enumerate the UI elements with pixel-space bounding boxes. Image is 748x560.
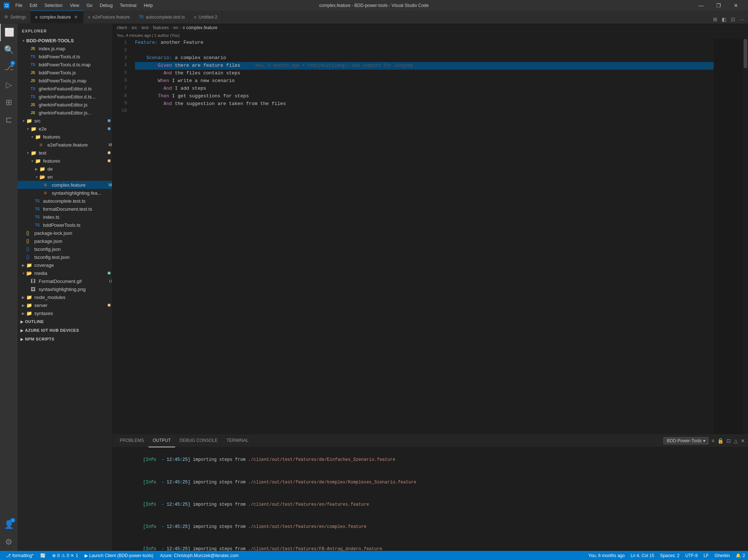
panel-tab-output[interactable]: OUTPUT	[149, 435, 175, 447]
sidebar-item-package-json[interactable]: {} package.json	[18, 237, 112, 245]
customize-layout-icon[interactable]: ⊡	[730, 15, 736, 23]
activity-explorer[interactable]: ⬜	[0, 24, 18, 41]
sidebar-item-features-test[interactable]: ▾ 📁 features	[18, 157, 112, 165]
activity-debug[interactable]: ▷	[0, 76, 18, 94]
menu-file[interactable]: File	[12, 2, 25, 9]
status-git-blame[interactable]: You, 6 months ago	[586, 551, 628, 560]
sidebar-item-project-root[interactable]: ▾ BDD-POWER-TOOLS	[18, 36, 112, 44]
tab-untitled[interactable]: ≡ Untitled-2	[190, 11, 222, 23]
sidebar-item-media[interactable]: ▾ 📂 media	[18, 269, 112, 277]
sidebar-item-server[interactable]: ▶ 📁 server	[18, 301, 112, 309]
list-item[interactable]: TS gherkinFeatureEditor.d.ts...	[18, 93, 112, 101]
sidebar-item-package-lock[interactable]: {} package-lock.json	[18, 229, 112, 237]
status-language[interactable]: Gherkin	[712, 551, 733, 560]
sidebar-item-de[interactable]: ▶ 📁 de	[18, 165, 112, 173]
status-eol[interactable]: LF	[701, 551, 712, 560]
clear-output-icon[interactable]: ≡	[712, 438, 714, 444]
list-item[interactable]: TS gherkinFeatureEditor.d.ts	[18, 85, 112, 93]
more-actions-icon[interactable]: ···	[739, 15, 745, 23]
list-item[interactable]: TS bddPowerTools.d.ts	[18, 52, 112, 61]
maximize-button[interactable]: ❐	[710, 0, 727, 11]
menu-help[interactable]: Help	[141, 2, 156, 9]
breadcrumb-src[interactable]: src	[131, 25, 137, 30]
sidebar-item-en[interactable]: ▾ 📂 en	[18, 173, 112, 181]
tab-complex-feature[interactable]: ≡ complex.feature ✕	[31, 11, 84, 23]
list-item[interactable]: JS bddPowerTools.js.map	[18, 77, 112, 85]
close-panel-icon[interactable]: ✕	[741, 438, 745, 444]
section-outline[interactable]: ▶ OUTLINE	[18, 317, 112, 326]
sidebar-item-index-ts[interactable]: TS index.ts	[18, 213, 112, 221]
sidebar-content[interactable]: ▾ BDD-POWER-TOOLS JS index.js.map TS bdd…	[18, 36, 112, 551]
status-azure[interactable]: Azure: Christoph.Murczek@iteratec.com	[157, 551, 242, 560]
section-azure-iot[interactable]: ▶ AZURE IOT HUB DEVICES	[18, 326, 112, 335]
sidebar-item-e2e[interactable]: ▾ 📁 e2e	[18, 125, 112, 133]
status-errors[interactable]: ⊗ 0 ⚠ 0 ✕ 1	[49, 551, 81, 560]
status-cursor[interactable]: Ln 4, Col 15	[628, 551, 657, 560]
menu-go[interactable]: Go	[84, 2, 95, 9]
tab-close-button[interactable]: ✕	[73, 14, 79, 20]
activity-extensions[interactable]: ⊞	[0, 94, 18, 111]
maximize-panel-icon[interactable]: △	[734, 438, 738, 444]
status-branch[interactable]: ⎇ formatting*	[3, 551, 36, 560]
sidebar-item-bddpowertools-ts[interactable]: TS bddPowerTools.ts	[18, 221, 112, 229]
list-item[interactable]: JS bddPowerTools.js	[18, 69, 112, 77]
panel-tab-debug-console[interactable]: DEBUG CONSOLE	[175, 435, 222, 447]
sidebar-item-coverage[interactable]: ▶ 📁 coverage	[18, 261, 112, 269]
sidebar-item-src[interactable]: ▾ 📁 src	[18, 117, 112, 125]
breadcrumb-test[interactable]: test	[142, 25, 149, 30]
sidebar-item-complex-feature[interactable]: ≡ complex.feature M	[18, 181, 112, 189]
code-line-6: When I write a new scenario	[135, 77, 714, 85]
lock-output-icon[interactable]: 🔒	[717, 438, 724, 444]
sidebar-item-autocomplete[interactable]: TS autocomplete.test.ts	[18, 197, 112, 205]
status-encoding[interactable]: UTF-8	[682, 551, 701, 560]
sidebar-item-tsconfig-test[interactable]: {} tsconfig.test.json	[18, 253, 112, 261]
list-item[interactable]: TS bddPowerTools.d.ts.map	[18, 61, 112, 69]
menu-debug[interactable]: Debug	[97, 2, 115, 9]
menu-terminal[interactable]: Terminal	[117, 2, 139, 9]
sidebar-item-syntaxhighlighting-png[interactable]: 🖼 syntaxhighlighting.png	[18, 285, 112, 293]
open-output-icon[interactable]: ⊡	[726, 438, 731, 444]
sidebar-item-test[interactable]: ▾ 📁 test	[18, 149, 112, 157]
activity-git[interactable]: ⎇ 5	[0, 59, 18, 76]
sidebar-item-formatdocument-gif[interactable]: 🎞 FormatDocument.gif U	[18, 277, 112, 285]
status-sync[interactable]: 🔄	[37, 551, 49, 560]
split-editor-icon[interactable]: ⊞	[712, 15, 718, 23]
sidebar-item-syntaxhighlighting[interactable]: ≡ syntaxhighlighting.fea...	[18, 189, 112, 197]
sidebar-item-e2efeature[interactable]: ≡ e2eFeature.feature M	[18, 141, 112, 149]
close-button[interactable]: ✕	[728, 0, 744, 11]
editor-scrollbar[interactable]	[743, 39, 748, 434]
editor-content[interactable]: 1 2 3 4 5 6 7 8 9 10 Feature: another Fe…	[112, 39, 748, 434]
panel-tab-problems[interactable]: PROBLEMS	[115, 435, 149, 447]
sidebar-item-formatdocument[interactable]: TS formatDocument.test.ts	[18, 205, 112, 213]
section-npm-scripts[interactable]: ▶ NPM SCRIPTS	[18, 335, 112, 343]
editor-scrollbar-thumb[interactable]	[744, 39, 747, 68]
sidebar-item-node-modules[interactable]: ▶ 📁 node_modules	[18, 293, 112, 301]
toggle-primary-sidebar-icon[interactable]: ◧	[721, 15, 728, 23]
activity-settings[interactable]: ⚙	[0, 533, 18, 551]
breadcrumb-features[interactable]: features	[153, 25, 169, 30]
sidebar-item-syntaxes[interactable]: ▶ 📁 syntaxes	[18, 309, 112, 317]
menu-view[interactable]: View	[67, 2, 82, 9]
status-launch[interactable]: ▶ Launch Client (BDD-power-tools)	[82, 551, 156, 560]
code-editor[interactable]: Feature: another Feature Scenario: a com…	[131, 39, 714, 434]
activity-search[interactable]: 🔍	[0, 41, 18, 59]
minimize-button[interactable]: —	[693, 0, 709, 11]
breadcrumb-en[interactable]: en	[173, 25, 178, 30]
activity-remote[interactable]: ⊏	[0, 111, 18, 129]
tab-e2e-feature[interactable]: ≡ e2eFeature.feature	[84, 11, 135, 23]
breadcrumb-client[interactable]: client	[117, 25, 127, 30]
list-item[interactable]: JS index.js.map	[18, 44, 112, 52]
activity-accounts[interactable]: 👤 1	[0, 516, 18, 533]
panel-output-dropdown[interactable]: BDD-Power-Tools ▾	[663, 437, 708, 444]
status-notifications[interactable]: 🔔 2	[733, 551, 748, 560]
menu-edit[interactable]: Edit	[27, 2, 40, 9]
status-spaces[interactable]: Spaces: 2	[657, 551, 682, 560]
list-item[interactable]: JS gherkinFeatureEditor.js...	[18, 109, 112, 117]
tab-settings[interactable]: ⚙ Settings	[0, 11, 31, 23]
menu-selection[interactable]: Selection	[42, 2, 65, 9]
sidebar-item-tsconfig[interactable]: {} tsconfig.json	[18, 245, 112, 253]
panel-tab-terminal[interactable]: TERMINAL	[222, 435, 253, 447]
tab-autocomplete[interactable]: TS autocomplete.test.ts	[135, 11, 190, 23]
list-item[interactable]: JS gherkinFeatureEditor.js	[18, 101, 112, 109]
sidebar-item-features-e2e[interactable]: ▾ 📁 features	[18, 133, 112, 141]
